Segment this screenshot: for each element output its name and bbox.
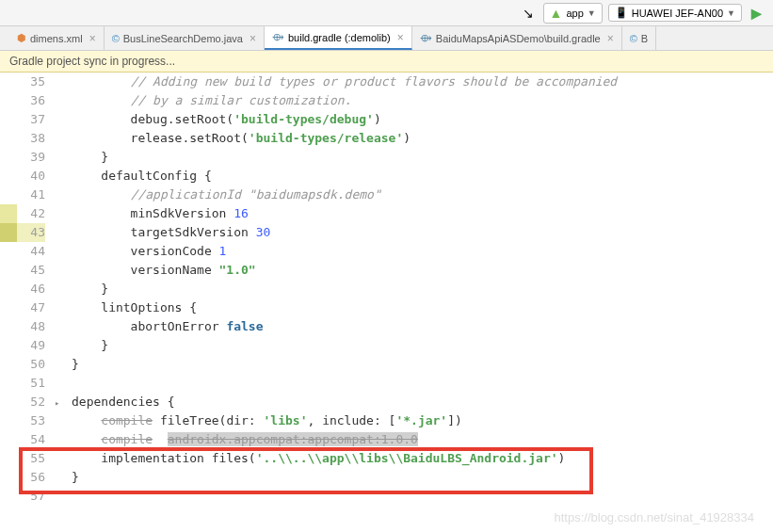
xml-file-icon: ⬢ — [17, 32, 26, 44]
phone-icon: 📱 — [615, 7, 628, 19]
module-label: app — [566, 8, 583, 19]
sync-icon[interactable]: ↘ — [519, 4, 538, 23]
tab-label: BaiduMapsApiASDemo\build.gradle — [436, 33, 601, 44]
line-number: 42 — [17, 204, 45, 223]
close-icon[interactable]: × — [607, 32, 614, 45]
line-number: 37 — [17, 110, 45, 129]
code-line[interactable]: compile androidx.appcompat:appcompat:1.0… — [72, 430, 773, 449]
line-number: 36 — [17, 91, 45, 110]
run-button[interactable]: ▶ — [748, 4, 765, 23]
gutter-marks — [0, 73, 17, 529]
line-number: 55 — [17, 449, 45, 468]
code-line[interactable]: versionCode 1 — [72, 242, 773, 261]
tab-label: B — [641, 33, 648, 44]
close-icon[interactable]: × — [89, 32, 96, 45]
java-file-icon: © — [112, 33, 120, 44]
tab-label: BusLineSearchDemo.java — [123, 33, 243, 44]
code-line[interactable]: } — [72, 148, 773, 167]
line-number: 48 — [17, 317, 45, 336]
device-selector[interactable]: 📱 HUAWEI JEF-AN00 ▼ — [608, 4, 742, 22]
device-label: HUAWEI JEF-AN00 — [632, 8, 723, 19]
code-line[interactable]: } — [72, 468, 773, 487]
tab-label: dimens.xml — [30, 33, 83, 44]
caret-down-icon: ▼ — [727, 8, 735, 18]
code-area[interactable]: // Adding new build types or product fla… — [72, 73, 773, 529]
line-number: 50 — [17, 355, 45, 374]
gradle-file-icon: ⟴ — [420, 32, 432, 44]
tab-2[interactable]: ⟴build.gradle (:demolib)× — [265, 26, 412, 50]
code-line[interactable]: minSdkVersion 16 — [72, 204, 773, 223]
line-number: 57 — [17, 487, 45, 506]
line-number: 44 — [17, 242, 45, 261]
code-line[interactable]: // by a similar customization. — [72, 91, 773, 110]
java-file-icon: © — [630, 33, 637, 44]
code-line[interactable]: release.setRoot('build-types/release') — [72, 129, 773, 148]
code-line[interactable]: implementation files('..\\..\\app\\libs\… — [72, 449, 773, 468]
code-line[interactable]: defaultConfig { — [72, 167, 773, 185]
gutter-line-numbers: 3536373839404142434445464748495051525354… — [17, 73, 55, 529]
gradle-file-icon: ⟴ — [272, 31, 284, 43]
code-line[interactable]: targetSdkVersion 30 — [72, 223, 773, 242]
line-number: 43 — [17, 223, 45, 242]
code-line[interactable]: lintOptions { — [72, 298, 773, 317]
line-number: 54 — [17, 430, 45, 449]
module-selector[interactable]: ▲ app ▼ — [543, 3, 603, 24]
code-line[interactable]: versionName "1.0" — [72, 261, 773, 280]
line-number: 52 — [17, 393, 45, 411]
code-line[interactable]: compile fileTree(dir: 'libs', include: [… — [72, 411, 773, 430]
code-editor[interactable]: 3536373839404142434445464748495051525354… — [0, 73, 773, 529]
android-icon: ▲ — [550, 6, 563, 21]
line-number: 45 — [17, 261, 45, 280]
toolbar: ↘ ▲ app ▼ 📱 HUAWEI JEF-AN00 ▼ ▶ — [0, 0, 773, 26]
code-line[interactable]: // Adding new build types or product fla… — [72, 73, 773, 91]
line-number: 46 — [17, 280, 45, 298]
tab-label: build.gradle (:demolib) — [288, 32, 391, 43]
line-number: 38 — [17, 129, 45, 148]
line-number: 53 — [17, 411, 45, 430]
line-number: 35 — [17, 73, 45, 91]
code-line[interactable] — [72, 487, 773, 506]
code-line[interactable]: debug.setRoot('build-types/debug') — [72, 110, 773, 129]
close-icon[interactable]: × — [397, 31, 404, 44]
code-line[interactable]: } — [72, 355, 773, 374]
line-number: 41 — [17, 185, 45, 204]
code-line[interactable]: dependencies { — [72, 393, 773, 411]
line-number: 47 — [17, 298, 45, 317]
gutter-fold: ▸ — [55, 73, 72, 529]
tab-3[interactable]: ⟴BaiduMapsApiASDemo\build.gradle× — [412, 26, 622, 50]
line-number: 56 — [17, 468, 45, 487]
code-line[interactable]: abortOnError false — [72, 317, 773, 336]
caret-down-icon: ▼ — [588, 8, 596, 18]
sync-notification: Gradle project sync in progress... — [0, 51, 773, 73]
tab-0[interactable]: ⬢dimens.xml× — [9, 26, 105, 50]
line-number: 49 — [17, 336, 45, 355]
close-icon[interactable]: × — [250, 32, 256, 45]
code-line[interactable]: } — [72, 280, 773, 298]
line-number: 40 — [17, 167, 45, 185]
code-line[interactable]: } — [72, 336, 773, 355]
line-number: 39 — [17, 148, 45, 167]
fold-arrow-icon[interactable]: ▸ — [55, 394, 59, 412]
editor-tabs: ⬢dimens.xml×©BusLineSearchDemo.java×⟴bui… — [0, 26, 773, 51]
tab-1[interactable]: ©BusLineSearchDemo.java× — [105, 26, 265, 50]
code-line[interactable]: //applicationId "baidumapsdk.demo" — [72, 185, 773, 204]
code-line[interactable] — [72, 374, 773, 393]
tab-4[interactable]: ©B — [622, 26, 656, 50]
line-number: 51 — [17, 374, 45, 393]
